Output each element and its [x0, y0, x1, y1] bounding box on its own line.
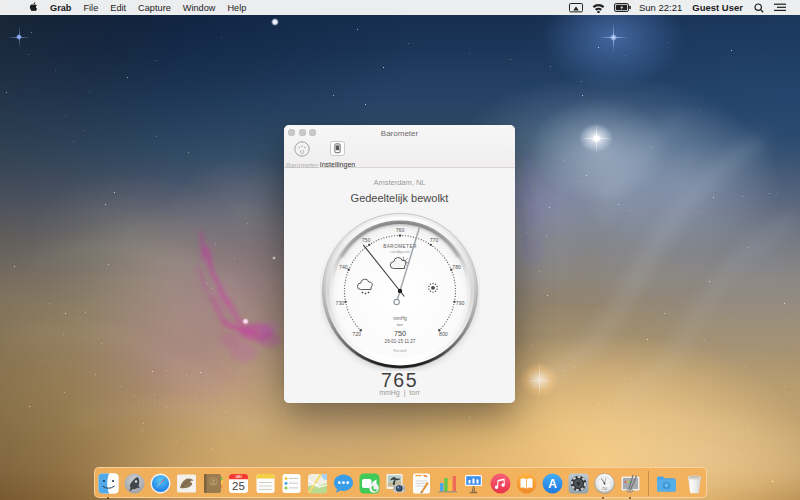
svg-text:A: A	[548, 477, 557, 491]
svg-text:780: 780	[452, 264, 461, 270]
svg-text:740: 740	[339, 264, 348, 270]
svg-text:790: 790	[456, 300, 465, 306]
svg-text:mmHg: mmHg	[393, 316, 407, 321]
svg-text:Plezi tekstil: Plezi tekstil	[394, 349, 407, 353]
svg-text:730: 730	[336, 300, 345, 306]
svg-text:750: 750	[601, 487, 607, 491]
svg-text:720: 720	[352, 331, 361, 337]
svg-text:770: 770	[430, 237, 439, 243]
svg-text:26-01-15 11:27: 26-01-15 11:27	[385, 339, 416, 344]
svg-text:800: 800	[439, 331, 448, 337]
svg-text:760: 760	[396, 227, 405, 233]
svg-text:750: 750	[362, 237, 371, 243]
svg-text:750: 750	[394, 329, 406, 338]
svg-text:torr: torr	[397, 322, 404, 327]
svg-text:LionsApp.com: LionsApp.com	[390, 250, 410, 254]
svg-text:JAN: JAN	[235, 475, 242, 479]
svg-text:25: 25	[232, 480, 245, 492]
